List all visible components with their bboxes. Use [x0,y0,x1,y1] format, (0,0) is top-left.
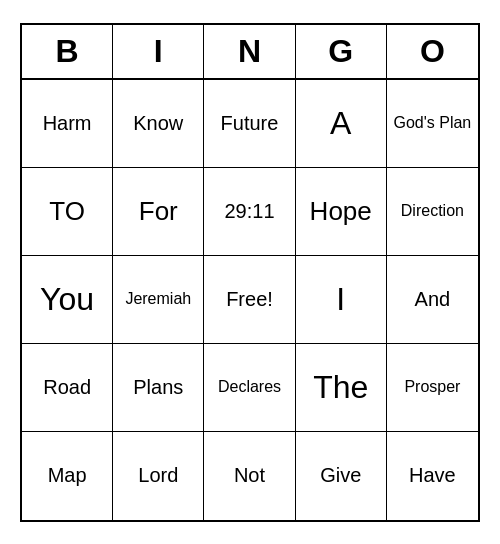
bingo-cell: Lord [113,432,204,520]
bingo-cell: Free! [204,256,295,344]
bingo-cell: Have [387,432,478,520]
bingo-cell: And [387,256,478,344]
bingo-cell: 29:11 [204,168,295,256]
bingo-cell: TO [22,168,113,256]
bingo-cell: Future [204,80,295,168]
bingo-cell: Declares [204,344,295,432]
header-letter: O [387,25,478,78]
bingo-header: BINGO [22,25,478,80]
bingo-cell: Not [204,432,295,520]
bingo-cell: God's Plan [387,80,478,168]
bingo-cell: Direction [387,168,478,256]
bingo-cell: Harm [22,80,113,168]
bingo-cell: I [296,256,387,344]
bingo-cell: Know [113,80,204,168]
bingo-grid: HarmKnowFutureAGod's PlanTOFor29:11HopeD… [22,80,478,520]
bingo-card: BINGO HarmKnowFutureAGod's PlanTOFor29:1… [20,23,480,522]
bingo-cell: Plans [113,344,204,432]
bingo-cell: You [22,256,113,344]
bingo-cell: For [113,168,204,256]
header-letter: I [113,25,204,78]
bingo-cell: The [296,344,387,432]
header-letter: B [22,25,113,78]
bingo-cell: A [296,80,387,168]
bingo-cell: Jeremiah [113,256,204,344]
bingo-cell: Give [296,432,387,520]
bingo-cell: Road [22,344,113,432]
header-letter: N [204,25,295,78]
bingo-cell: Hope [296,168,387,256]
bingo-cell: Prosper [387,344,478,432]
header-letter: G [296,25,387,78]
bingo-cell: Map [22,432,113,520]
